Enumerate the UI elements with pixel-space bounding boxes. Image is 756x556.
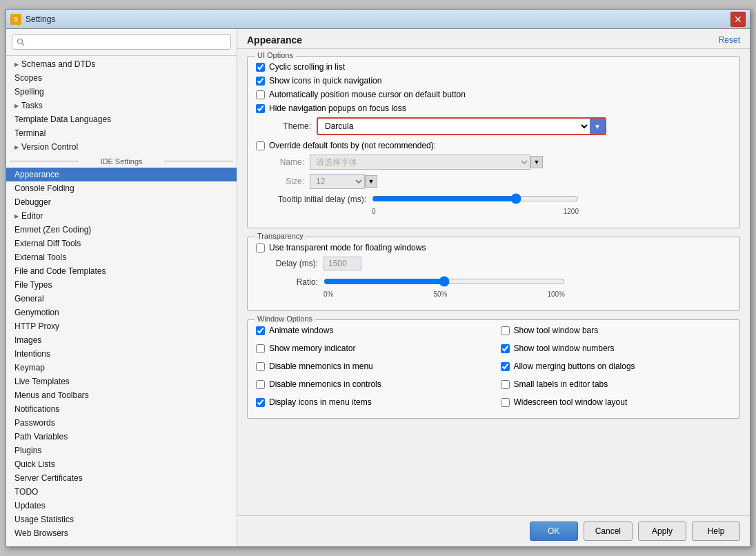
show-memory-checkbox[interactable] — [256, 344, 265, 353]
show-tool-bars-checkbox[interactable] — [501, 326, 510, 335]
disable-mnemonics-menu-row: Disable mnemonics in menu — [256, 361, 487, 371]
ok-button[interactable]: OK — [530, 522, 578, 541]
display-icons-checkbox[interactable] — [256, 398, 265, 407]
cyclic-scrolling-checkbox[interactable] — [256, 63, 265, 72]
sidebar-item-appearance[interactable]: Appearance — [6, 168, 237, 181]
main-panel: Appearance Reset UI Options Cyclic scrol… — [237, 29, 750, 546]
sidebar-item-tasks[interactable]: Tasks — [6, 99, 237, 112]
sidebar-item-spelling[interactable]: Spelling — [6, 85, 237, 99]
widescreen-checkbox[interactable] — [501, 398, 510, 407]
sidebar-item-general[interactable]: General — [6, 292, 237, 306]
sidebar-item-console-folding[interactable]: Console Folding — [6, 181, 237, 195]
widescreen-label: Widescreen tool window layout — [514, 397, 628, 407]
show-memory-label: Show memory indicator — [269, 344, 355, 353]
animate-windows-row: Animate windows — [256, 326, 487, 335]
search-input[interactable] — [12, 34, 231, 50]
theme-dropdown-btn[interactable]: ▼ — [590, 119, 605, 134]
sidebar-item-external-tools[interactable]: External Tools — [6, 250, 237, 264]
use-transparent-label: Use transparent mode for floating window… — [269, 243, 426, 252]
sidebar-item-todo[interactable]: TODO — [6, 485, 237, 499]
ratio-ticks: 0% 50% 100% — [324, 290, 565, 298]
apply-button[interactable]: Apply — [638, 522, 686, 541]
small-labels-label: Small labels in editor tabs — [514, 379, 608, 389]
small-labels-row: Small labels in editor tabs — [501, 379, 732, 389]
sidebar-item-updates[interactable]: Updates — [6, 499, 237, 513]
widescreen-row: Widescreen tool window layout — [501, 397, 732, 407]
window-options-group: Window Options Animate windows Show tool… — [247, 319, 740, 419]
disable-mnemonics-controls-label: Disable mnemonics in controls — [269, 379, 381, 389]
settings-window: S Settings ✕ Schemas and DTDsScopesSpell… — [6, 9, 750, 547]
use-transparent-checkbox[interactable] — [256, 244, 265, 252]
sidebar-item-debugger[interactable]: Debugger — [6, 195, 237, 209]
sidebar: Schemas and DTDsScopesSpellingTasksTempl… — [6, 29, 237, 546]
sidebar-item-live-templates[interactable]: Live Templates — [6, 375, 237, 388]
theme-label: Theme: — [256, 121, 311, 131]
auto-position-label: Automatically position mouse cursor on d… — [269, 90, 466, 99]
sidebar-item-server-certificates[interactable]: Server Certificates — [6, 471, 237, 485]
animate-windows-checkbox[interactable] — [256, 326, 265, 335]
cancel-button[interactable]: Cancel — [584, 522, 633, 541]
sidebar-item-quick-lists[interactable]: Quick Lists — [6, 457, 237, 471]
footer: OK Cancel Apply Help — [237, 515, 750, 546]
show-icons-checkbox[interactable] — [256, 77, 265, 86]
show-tool-numbers-checkbox[interactable] — [501, 344, 510, 353]
sidebar-item-menus-and-toolbars[interactable]: Menus and Toolbars — [6, 388, 237, 402]
titlebar: S Settings ✕ — [6, 10, 750, 29]
disable-mnemonics-controls-row: Disable mnemonics in controls — [256, 379, 487, 389]
sidebar-item-terminal[interactable]: Terminal — [6, 126, 237, 140]
sidebar-item-images[interactable]: Images — [6, 333, 237, 347]
allow-merging-row: Allow merging buttons on dialogs — [501, 361, 732, 371]
sidebar-item-passwords[interactable]: Passwords — [6, 416, 237, 430]
theme-select-wrapper: Darcula IntelliJ Windows ▼ — [317, 117, 606, 135]
reset-link[interactable]: Reset — [719, 35, 740, 45]
sidebar-item-notifications[interactable]: Notifications — [6, 402, 237, 416]
transparency-group: Transparency Use transparent mode for fl… — [247, 237, 740, 311]
small-labels-checkbox[interactable] — [501, 380, 510, 389]
hide-navigation-checkbox[interactable] — [256, 104, 265, 113]
font-name-dropdown-btn[interactable]: ▼ — [530, 156, 543, 168]
sidebar-item-web-browsers[interactable]: Web Browsers — [6, 526, 237, 540]
close-button[interactable]: ✕ — [730, 12, 746, 27]
sidebar-item-emmet[interactable]: Emmet (Zen Coding) — [6, 223, 237, 237]
theme-select[interactable]: Darcula IntelliJ Windows — [318, 119, 590, 134]
sidebar-item-editor[interactable]: Editor — [6, 209, 237, 223]
sidebar-item-schemas-and-dtds[interactable]: Schemas and DTDs — [6, 57, 237, 71]
tooltip-slider[interactable] — [372, 193, 579, 204]
delay-row: Delay (ms): 1500 — [256, 257, 731, 270]
disable-mnemonics-controls-checkbox[interactable] — [256, 380, 265, 389]
disable-mnemonics-menu-label: Disable mnemonics in menu — [269, 361, 373, 371]
ui-options-label: UI Options — [255, 51, 296, 59]
delay-input[interactable]: 1500 — [324, 257, 361, 270]
override-fonts-checkbox[interactable] — [256, 141, 265, 150]
show-tool-bars-row: Show tool window bars — [501, 326, 732, 335]
sidebar-item-file-and-code-templates[interactable]: File and Code Templates — [6, 264, 237, 278]
font-name-row: Name: 请选择字体 ▼ — [270, 155, 731, 170]
sidebar-item-intentions[interactable]: Intentions — [6, 347, 237, 361]
sidebar-item-external-diff-tools[interactable]: External Diff Tools — [6, 237, 237, 250]
tooltip-min: 0 — [372, 208, 376, 215]
sidebar-item-keymap[interactable]: Keymap — [6, 361, 237, 375]
font-name-label: Name: — [270, 157, 304, 167]
auto-position-checkbox[interactable] — [256, 90, 265, 99]
sidebar-item-file-types[interactable]: File Types — [6, 278, 237, 292]
font-size-select[interactable]: 12 10 11 14 16 — [310, 174, 365, 189]
ratio-mid: 50% — [433, 290, 447, 298]
font-name-select[interactable]: 请选择字体 — [310, 155, 530, 170]
ratio-min: 0% — [324, 290, 333, 298]
display-icons-row: Display icons in menu items — [256, 397, 487, 407]
sidebar-item-plugins[interactable]: Plugins — [6, 444, 237, 457]
sidebar-item-template-data-languages[interactable]: Template Data Languages — [6, 112, 237, 126]
show-memory-row: Show memory indicator — [256, 344, 487, 353]
allow-merging-checkbox[interactable] — [501, 362, 510, 371]
font-size-dropdown-btn[interactable]: ▼ — [365, 175, 377, 188]
sidebar-item-genymotion[interactable]: Genymotion — [6, 306, 237, 319]
help-button[interactable]: Help — [692, 522, 740, 541]
tooltip-label: Tooltip initial delay (ms): — [256, 193, 366, 204]
sidebar-item-scopes[interactable]: Scopes — [6, 71, 237, 85]
sidebar-item-http-proxy[interactable]: HTTP Proxy — [6, 319, 237, 333]
ratio-slider[interactable] — [324, 276, 565, 287]
sidebar-item-usage-statistics[interactable]: Usage Statistics — [6, 513, 237, 526]
sidebar-item-version-control[interactable]: Version Control — [6, 140, 237, 154]
sidebar-item-path-variables[interactable]: Path Variables — [6, 430, 237, 444]
disable-mnemonics-menu-checkbox[interactable] — [256, 362, 265, 371]
